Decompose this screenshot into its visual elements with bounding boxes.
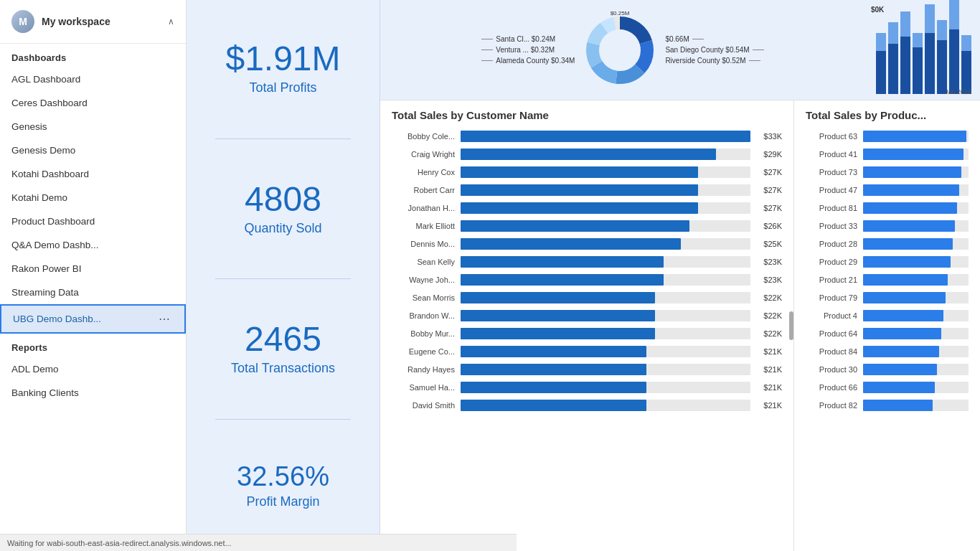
customer-bar-track xyxy=(461,274,750,286)
sidebar-item-qna[interactable]: Q&A Demo Dashb... xyxy=(0,233,186,257)
bar-column xyxy=(900,11,910,94)
customer-chart-scrollbar[interactable] xyxy=(789,311,793,340)
sidebar-item-agl[interactable]: AGL Dashboard xyxy=(0,67,186,91)
product-bar-fill xyxy=(863,149,963,160)
customer-bar-row: Jonathan H...$27K xyxy=(392,200,782,216)
customer-name-label: Henry Cox xyxy=(392,168,455,176)
sidebar-item-genesis[interactable]: Genesis xyxy=(0,115,186,138)
customer-name-label: Bobby Cole... xyxy=(392,132,455,141)
quantity-sold-value: 4808 xyxy=(244,182,321,217)
bar-segment-light xyxy=(925,4,935,33)
customer-bar-track xyxy=(461,364,750,375)
customer-bar-fill xyxy=(461,220,689,232)
product-bar-fill xyxy=(863,400,933,411)
product-name-label: Product 81 xyxy=(806,204,857,212)
workspace-header[interactable]: M My workspace ∧ xyxy=(0,0,186,44)
product-bar-track xyxy=(863,220,969,232)
product-name-label: Product 28 xyxy=(806,240,857,248)
more-options-icon[interactable]: ⋯ xyxy=(156,312,173,326)
customer-bar-track xyxy=(461,256,750,268)
sidebar-item-ceres[interactable]: Ceres Dashboard xyxy=(0,91,186,115)
bar-chart-section: $0K Jan 2019 xyxy=(865,0,980,100)
customer-value-label: $27K xyxy=(756,186,782,194)
product-bar-track xyxy=(863,292,969,303)
product-bar-fill xyxy=(863,274,948,286)
donut-label-santacl: Santa Cl... $0.24M xyxy=(481,35,575,43)
customer-bar-row: Robert Carr$27K xyxy=(392,182,782,198)
customer-bar-track xyxy=(461,292,750,303)
product-bar-track xyxy=(863,274,969,286)
product-name-label: Product 84 xyxy=(806,347,857,356)
kpi-separator-2 xyxy=(215,278,352,279)
product-bar-track xyxy=(863,166,969,178)
sidebar-item-rakon[interactable]: Rakon Power BI xyxy=(0,257,186,281)
sidebar-item-kotahi[interactable]: Kotahi Dashboard xyxy=(0,162,186,186)
donut-label-riverside: Riverside County $0.52M xyxy=(665,57,763,65)
product-name-label: Product 79 xyxy=(806,293,857,302)
sidebar-item-genesis-demo[interactable]: Genesis Demo xyxy=(0,138,186,162)
product-bar-row: Product 64 xyxy=(806,326,969,342)
customer-bar-fill xyxy=(461,328,655,339)
product-bar-fill xyxy=(863,256,951,268)
customer-bar-track xyxy=(461,310,750,321)
content-area: $1.91M Total Profits 4808 Quantity Sold … xyxy=(187,0,980,551)
product-name-label: Product 33 xyxy=(806,222,857,230)
donut-svg: $0.25M xyxy=(580,11,659,90)
customer-bar-fill xyxy=(461,382,646,393)
product-name-label: Product 66 xyxy=(806,383,857,392)
customer-bar-fill xyxy=(461,238,681,250)
reports-section-label: Reports xyxy=(0,334,186,357)
customer-name-label: Samuel Ha... xyxy=(392,383,455,392)
customer-bar-row: Randy Hayes$21K xyxy=(392,362,782,377)
kpi-panel: $1.91M Total Profits 4808 Quantity Sold … xyxy=(187,0,380,551)
status-bar: Waiting for wabi-south-east-asia-redirec… xyxy=(187,534,517,551)
customer-value-label: $23K xyxy=(756,276,782,284)
product-bar-fill xyxy=(863,292,946,303)
customer-value-label: $21K xyxy=(756,365,782,374)
customer-value-label: $21K xyxy=(756,383,782,392)
sidebar-item-adl[interactable]: ADL Demo xyxy=(0,357,186,381)
bar-segment-light xyxy=(913,33,923,47)
bar-column xyxy=(925,4,935,94)
product-name-label: Product 47 xyxy=(806,186,857,194)
profit-margin-label: Profit Margin xyxy=(237,494,329,509)
product-name-label: Product 21 xyxy=(806,276,857,284)
donut-labels-left: Santa Cl... $0.24M Ventura ... $0.32M Al… xyxy=(481,35,575,65)
sidebar-item-ubg[interactable]: UBG Demo Dashb... ⋯ xyxy=(0,304,186,334)
bar-column xyxy=(888,22,898,94)
product-bar-fill xyxy=(863,328,941,339)
product-bar-track xyxy=(863,256,969,268)
product-bar-row: Product 28 xyxy=(806,236,969,252)
customer-bar-track xyxy=(461,149,750,160)
customer-name-label: Mark Elliott xyxy=(392,222,455,230)
sidebar: M My workspace ∧ Dashboards AGL Dashboar… xyxy=(0,0,187,551)
bar-column xyxy=(949,0,959,94)
sidebar-item-banking[interactable]: Banking Clients xyxy=(0,381,186,405)
bar-column xyxy=(937,20,947,94)
product-bar-track xyxy=(863,346,969,357)
sidebar-item-product[interactable]: Product Dashboard xyxy=(0,209,186,233)
sidebar-item-streaming[interactable]: Streaming Data xyxy=(0,281,186,304)
product-name-label: Product 73 xyxy=(806,168,857,176)
product-bar-row: Product 21 xyxy=(806,272,969,288)
product-bar-fill xyxy=(863,346,939,357)
customer-value-label: $33K xyxy=(756,132,782,141)
bar-segment-light xyxy=(961,35,971,51)
customer-bar-fill xyxy=(461,202,698,214)
bar-segment-light xyxy=(949,0,959,29)
customer-name-label: Jonathan H... xyxy=(392,204,455,212)
product-bar-row: Product 30 xyxy=(806,362,969,377)
customer-name-label: Randy Hayes xyxy=(392,365,455,374)
donut-chart-section: Santa Cl... $0.24M Ventura ... $0.32M Al… xyxy=(380,0,865,100)
customer-bar-track xyxy=(461,346,750,357)
svg-text:$0.25M: $0.25M xyxy=(611,11,630,17)
product-name-label: Product 29 xyxy=(806,258,857,266)
sidebar-item-kotahi-demo[interactable]: Kotahi Demo xyxy=(0,186,186,209)
workspace-name: My workspace xyxy=(42,16,161,27)
bar-segment-light xyxy=(876,33,886,51)
bar-segment-dark xyxy=(949,29,959,94)
customer-bar-track xyxy=(461,238,750,250)
product-bar-track xyxy=(863,149,969,160)
customer-value-label: $27K xyxy=(756,168,782,176)
product-bar-fill xyxy=(863,220,955,232)
